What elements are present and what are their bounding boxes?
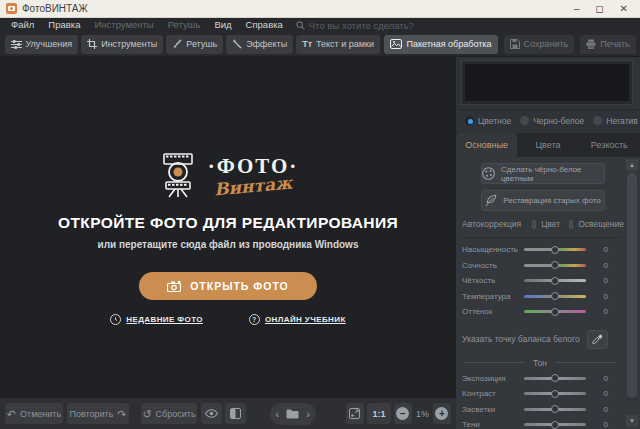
slider-knob[interactable]	[551, 405, 559, 413]
slider-knob[interactable]	[551, 277, 559, 285]
radio-icon	[593, 116, 602, 125]
color-mode-row: Цветное Черно-белое Негатив	[456, 109, 640, 131]
highlights-slider[interactable]	[524, 408, 586, 411]
compare-split-icon	[230, 408, 241, 419]
redo-icon: ↷	[117, 409, 126, 419]
photo-preview-frame	[461, 60, 633, 105]
zoom-out-button[interactable]: −	[394, 403, 412, 424]
eyedropper-icon	[592, 334, 603, 345]
slider-knob[interactable]	[551, 261, 559, 269]
mode-color[interactable]: Цветное	[465, 116, 511, 126]
autocorrect-color-checkbox[interactable]	[532, 220, 536, 229]
previous-photo-button[interactable]: ‹	[276, 408, 280, 420]
bottom-bar: ↶ Отменить Повторить ↷ ↺ Сбросить ‹ › 1:…	[0, 398, 456, 429]
scroll-up-icon[interactable]: ▲	[626, 159, 638, 171]
tab-enhancements[interactable]: Улучшения	[5, 35, 79, 54]
tab-tools[interactable]: Инструменты	[81, 35, 163, 54]
divider	[462, 237, 622, 238]
scrollbar-thumb[interactable]	[627, 173, 637, 398]
brush-icon	[172, 39, 182, 49]
save-icon	[510, 39, 520, 49]
menu-help[interactable]: Справка	[239, 18, 290, 32]
colorize-button[interactable]: Сделать чёрно-белое цветным	[481, 163, 605, 184]
recent-photos-link[interactable]: НЕДАВНИЕ ФОТО	[110, 314, 203, 325]
right-panel: Цветное Черно-белое Негатив Основные Цве…	[456, 57, 640, 429]
printer-icon	[586, 39, 596, 49]
slider-knob[interactable]	[551, 374, 559, 382]
panel-tabs: Основные Цвета Резкость	[456, 133, 640, 157]
folder-icon[interactable]	[286, 409, 299, 419]
menu-tools: Инструменты	[87, 18, 160, 32]
batch-processing-button[interactable]: Пакетная обработка	[384, 35, 497, 54]
exposure-slider[interactable]	[524, 377, 586, 380]
menu-bar: Файл Правка Инструменты Ретушь Вид Справ…	[0, 18, 640, 32]
minimize-button[interactable]: –	[574, 0, 580, 18]
app-logo: ·ФОТО· Винтаж	[158, 152, 299, 198]
crop-icon	[87, 39, 97, 49]
white-balance-eyedropper-button[interactable]	[587, 330, 608, 349]
clock-icon	[110, 314, 121, 325]
close-button[interactable]: ✕	[620, 0, 628, 18]
radio-selected-icon	[465, 116, 474, 125]
autocorrect-label: Автокоррекция	[462, 219, 521, 229]
welcome-subtitle: или перетащите сюда файл из проводника W…	[98, 239, 359, 250]
slider-knob[interactable]	[551, 292, 559, 300]
title-bar: ФотоВИНТАЖ – ◻ ✕	[0, 0, 640, 18]
vibrance-slider[interactable]	[524, 264, 586, 267]
vintage-camera-logo-icon	[158, 152, 198, 198]
slider-knob[interactable]	[551, 390, 559, 398]
tab-retouch[interactable]: Ретушь	[166, 35, 223, 54]
save-button: Сохранить	[504, 35, 575, 54]
open-photo-button[interactable]: ОТКРЫТЬ ФОТО	[139, 272, 317, 300]
slider-knob[interactable]	[551, 246, 559, 254]
show-original-button[interactable]	[201, 403, 222, 424]
menu-retouch: Ретушь	[161, 18, 208, 32]
slider-knob[interactable]	[551, 308, 559, 316]
tab-colors[interactable]: Цвета	[517, 133, 578, 157]
actual-size-button[interactable]: 1:1	[367, 403, 391, 424]
magic-wand-icon	[232, 39, 242, 49]
slider-knob[interactable]	[551, 421, 559, 429]
fit-to-screen-button[interactable]	[346, 403, 364, 424]
tab-text-frames[interactable]: Tт Текст и рамки	[296, 35, 380, 54]
saturation-slider[interactable]	[524, 248, 586, 251]
shadows-slider[interactable]	[524, 423, 586, 426]
online-tutorial-link[interactable]: ? ОНЛАЙН УЧЕБНИК	[249, 314, 346, 325]
text-icon: Tт	[302, 39, 312, 49]
main-toolbar: Улучшения Инструменты Ретушь Эффекты Tт …	[0, 32, 640, 57]
clarity-slider[interactable]	[524, 279, 586, 282]
undo-button[interactable]: ↶ Отменить	[5, 403, 63, 424]
tab-basic[interactable]: Основные	[456, 133, 517, 157]
tint-slider[interactable]	[524, 310, 586, 313]
menu-view[interactable]: Вид	[207, 18, 238, 32]
restore-old-photo-button[interactable]: Реставрация старых фото	[481, 190, 605, 211]
before-after-button[interactable]	[225, 403, 246, 424]
palette-icon	[482, 167, 495, 180]
autocorrect-light-checkbox[interactable]	[569, 220, 573, 229]
search-input[interactable]	[309, 20, 459, 31]
menu-file[interactable]: Файл	[4, 18, 41, 32]
next-photo-button[interactable]: ›	[306, 408, 310, 420]
tone-section-header: Тон	[464, 358, 616, 368]
adjust-sliders-icon	[11, 40, 22, 49]
radio-icon	[520, 116, 529, 125]
menu-edit[interactable]: Правка	[41, 18, 87, 32]
scroll-down-icon[interactable]: ▼	[626, 415, 638, 427]
mode-black-white[interactable]: Черно-белое	[520, 116, 584, 126]
tab-sharpness[interactable]: Резкость	[579, 133, 640, 157]
tab-effects[interactable]: Эффекты	[226, 35, 293, 54]
question-icon: ?	[249, 314, 260, 325]
zoom-level-label: 1%	[412, 409, 433, 419]
eye-icon	[205, 409, 218, 418]
zoom-in-button[interactable]: +	[433, 403, 451, 424]
camera-icon	[167, 281, 181, 292]
reset-button[interactable]: ↺ Сбросить	[141, 403, 197, 424]
maximize-button[interactable]: ◻	[595, 0, 603, 18]
temperature-slider[interactable]	[524, 295, 586, 298]
app-icon	[6, 3, 17, 14]
panel-content: Сделать чёрно-белое цветным Реставрация …	[456, 157, 640, 429]
contrast-slider[interactable]	[524, 392, 586, 395]
redo-button[interactable]: Повторить ↷	[67, 403, 129, 424]
panel-scrollbar[interactable]: ▲ ▼	[626, 159, 638, 427]
mode-negative[interactable]: Негатив	[593, 116, 637, 126]
